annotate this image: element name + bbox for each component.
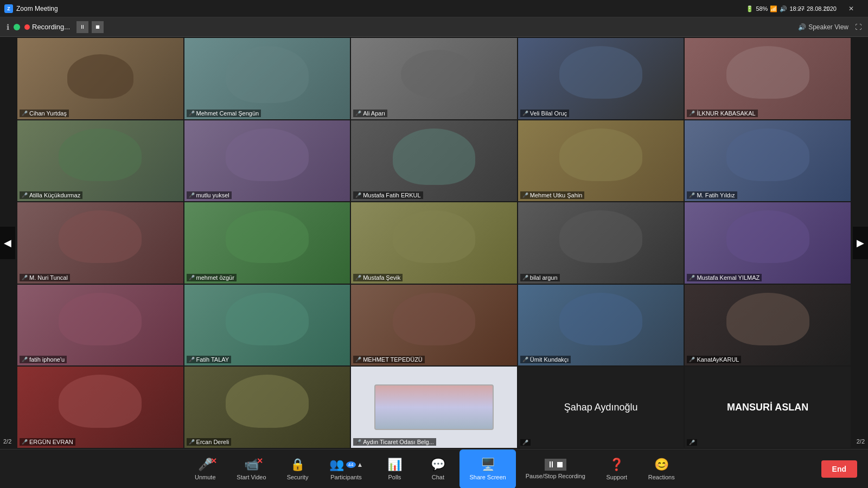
unmute-button[interactable]: 🎤 ✕ Unmute	[183, 450, 227, 489]
participants-badge: 44	[346, 461, 356, 468]
polls-button[interactable]: 📊 Polls	[373, 450, 416, 489]
video-grid: 🎤 Cihan Yurtdaş 🎤 Mehmet Cemal Şengün 🎤 …	[16, 37, 852, 449]
mic-muted-icon: 🎤	[355, 111, 361, 116]
participant-name-5: 🎤 İLKNUR KABASAKAL	[687, 110, 757, 117]
video-cell-22: 🎤 Ercan Dereli	[184, 367, 350, 448]
titlebar-left: Z Zoom Meeting	[4, 4, 789, 13]
titlebar-title: Zoom Meeting	[16, 5, 58, 12]
battery-level: 58%	[756, 5, 768, 12]
page-number-right: 2/2	[857, 438, 865, 445]
pause-recording-button[interactable]: ⏸	[76, 21, 88, 33]
participant-name-8: 🎤 Mustafa Fatih ERKUL	[353, 191, 423, 199]
participant-name-11: 🎤 M. Nuri Tuncal	[20, 274, 70, 281]
mic-muted-icon: 🎤	[522, 275, 528, 280]
video-cell-10: 🎤 M. Fatih Yıldız	[685, 120, 851, 202]
page-number-left: 2/2	[3, 438, 11, 445]
video-cell-3: 🎤 Ali Aparı	[351, 38, 517, 119]
chat-button[interactable]: 💬 Chat	[416, 450, 459, 489]
participant-name-12: 🎤 mehmet özgür	[187, 274, 237, 281]
participant-name-15: 🎤 Mustafa Kemal YILMAZ	[687, 274, 762, 281]
participant-name-10: 🎤 M. Fatih Yıldız	[687, 191, 737, 199]
security-icon: 🔒	[290, 458, 305, 472]
polls-icon: 📊	[387, 458, 402, 472]
chat-icon: 💬	[431, 458, 445, 472]
video-cell-6: 🎤 Atilla Küçükdurmaz	[17, 120, 183, 202]
reactions-button[interactable]: 😊 Reactions	[639, 450, 685, 489]
video-cell-24: Şahap Aydınoğlu 🎤	[518, 367, 684, 448]
recording-bar: ℹ Recording... ⏸ ⏹ 🔊 Speaker View ⛶	[0, 17, 868, 37]
mic-muted-icon: 🎤	[355, 275, 361, 280]
participant-name-2: 🎤 Mehmet Cemal Şengün	[187, 110, 261, 117]
security-button[interactable]: 🔒 Security	[276, 450, 320, 489]
participant-name-19: 🎤 Ümit Kundakçı	[520, 356, 571, 363]
mic-muted-icon: 🎤	[689, 275, 695, 280]
titlebar: Z Zoom Meeting 🔋 58% 📶 🔊 18:27 28.08.202…	[0, 0, 868, 17]
participant-name-21: 🎤 ERGÜN EVRAN	[20, 438, 75, 446]
video-cell-1: 🎤 Cihan Yurtdaş	[17, 38, 183, 119]
participant-name-6: 🎤 Atilla Küçükdurmaz	[20, 191, 82, 199]
prev-page-button[interactable]: ◀	[0, 227, 15, 259]
participant-name-9: 🎤 Mehmet Utku Şahin	[520, 191, 585, 199]
mic-muted-icon: 🎤	[189, 275, 195, 280]
video-cell-11: 🎤 M. Nuri Tuncal	[17, 202, 183, 284]
video-cell-9: 🎤 Mehmet Utku Şahin	[518, 120, 684, 202]
recording-controls: ⏸ ⏹	[76, 21, 104, 33]
video-cell-13: 🎤 Mustafa Şevik	[351, 202, 517, 284]
mic-muted-icon: 🎤	[22, 357, 28, 362]
video-cell-20: 🎤 KanatAyKARUL	[685, 285, 851, 366]
video-cell-21: 🎤 ERGÜN EVRAN	[17, 367, 183, 448]
recording-text: Recording...	[32, 23, 70, 31]
video-cell-15: 🎤 Mustafa Kemal YILMAZ	[685, 202, 851, 284]
speaker-view-button[interactable]: 🔊 Speaker View ⛶	[798, 23, 861, 31]
video-cell-8: 🎤 Mustafa Fatih ERKUL	[351, 120, 517, 202]
participant-name-16: 🎤 fatih iphone'u	[20, 356, 67, 363]
mic-muted-icon: 🎤	[522, 192, 528, 198]
next-page-button[interactable]: ▶	[853, 227, 868, 259]
video-cell-18: 🎤 MEHMET TEPEDÜZÜ	[351, 285, 517, 366]
video-cell-4: 🎤 Veli Bilal Oruç	[518, 38, 684, 119]
participant-name-text-25: MANSURİ ASLAN	[727, 402, 808, 413]
network-icon: 📶	[770, 5, 777, 12]
video-cell-12: 🎤 mehmet özgür	[184, 202, 350, 284]
participants-icon: 👥	[329, 458, 344, 472]
mic-muted-icon: 🎤	[22, 111, 28, 116]
close-button[interactable]: ✕	[839, 0, 864, 17]
info-icon: ℹ	[7, 23, 9, 31]
participant-name-18: 🎤 MEHMET TEPEDÜZÜ	[353, 356, 425, 363]
share-screen-icon: 🖥️	[481, 458, 495, 472]
pause-stop-recording-button[interactable]: ⏸⏹ Pause/Stop Recording	[516, 450, 595, 489]
mic-muted-icon: 🎤	[189, 439, 195, 445]
date: 28.08.2020	[807, 5, 837, 12]
mic-muted-icon: 🎤	[189, 357, 195, 362]
right-arrow-icon: ▶	[857, 237, 864, 249]
mic-muted-icon: 🎤	[189, 111, 195, 116]
mic-icon: 🎤	[689, 357, 695, 362]
fullscreen-icon: ⛶	[855, 23, 861, 31]
mic-muted-icon: 🎤	[22, 192, 28, 198]
pause-stop-icon: ⏸⏹	[545, 459, 566, 471]
mic-muted-icon: 🎤	[689, 440, 695, 445]
mic-muted-icon: 🎤	[22, 275, 28, 280]
video-cell-17: 🎤 Fatih TALAY	[184, 285, 350, 366]
toolbar: 🎤 ✕ Unmute 📹 ✕ Start Video 🔒 Security 👥 …	[0, 449, 868, 488]
stop-recording-button[interactable]: ⏹	[92, 21, 104, 33]
participant-name-17: 🎤 Fatih TALAY	[187, 356, 232, 363]
share-screen-button[interactable]: 🖥️ Share Screen	[459, 450, 515, 489]
participant-name-14: 🎤 bilal argun	[520, 274, 560, 281]
support-button[interactable]: ❓ Support	[595, 450, 639, 489]
video-cell-14: 🎤 bilal argun	[518, 202, 684, 284]
start-video-button[interactable]: 📹 ✕ Start Video	[227, 450, 276, 489]
zoom-icon: Z	[4, 4, 13, 13]
video-cell-7: 🎤 mutlu yuksel	[184, 120, 350, 202]
participant-name-text-24: Şahap Aydınoğlu	[564, 402, 638, 413]
system-tray: 🔋 58% 📶 🔊 18:27 28.08.2020	[742, 0, 841, 17]
battery-icon: 🔋	[746, 5, 754, 12]
participants-button[interactable]: 👥 44 ▲ Participants	[320, 450, 373, 489]
participant-name-20: 🎤 KanatAyKARUL	[687, 356, 741, 363]
end-button[interactable]: End	[821, 460, 857, 478]
participant-name-7: 🎤 mutlu yuksel	[187, 191, 232, 199]
mic-muted-icon: 🎤	[355, 192, 361, 198]
participant-name-4: 🎤 Veli Bilal Oruç	[520, 110, 569, 117]
mic-muted-icon: 🎤	[355, 357, 361, 362]
green-status-dot	[14, 24, 20, 30]
